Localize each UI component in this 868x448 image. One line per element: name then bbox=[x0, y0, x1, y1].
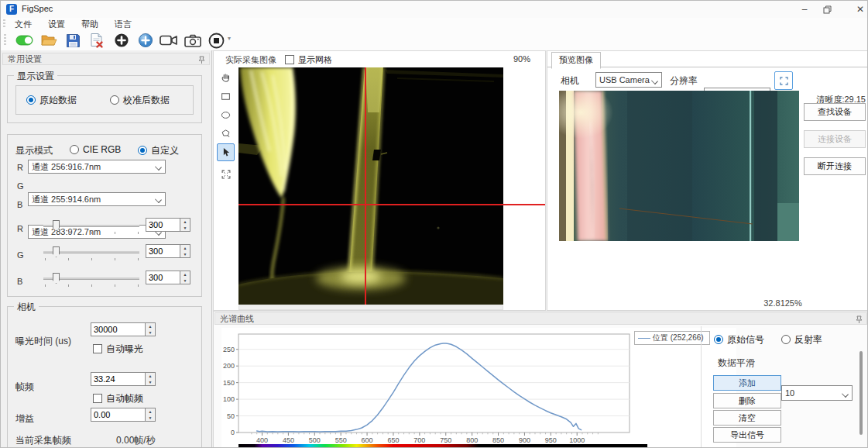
auto-exposure-checkbox[interactable]: 自动曝光 bbox=[93, 343, 143, 356]
polygon-roi-tool-button[interactable] bbox=[217, 125, 235, 143]
preview-fullscreen-button[interactable] bbox=[774, 71, 793, 90]
clear-signal-button[interactable]: 清空 bbox=[713, 410, 781, 426]
smooth-select[interactable]: 10 bbox=[781, 385, 853, 401]
checkbox-icon bbox=[93, 344, 102, 353]
spin-arrows[interactable]: ▲▼ bbox=[145, 408, 156, 422]
add-position-button[interactable] bbox=[135, 31, 156, 50]
fit-expand-icon bbox=[221, 169, 232, 180]
menubar-grip[interactable] bbox=[3, 19, 5, 29]
radio-reflectance[interactable]: 反射率 bbox=[781, 333, 822, 346]
gain-g-input[interactable] bbox=[146, 244, 180, 258]
gain-input[interactable] bbox=[91, 408, 145, 422]
gain-b-input[interactable] bbox=[146, 271, 180, 284]
clear-document-icon bbox=[89, 33, 105, 48]
photo-camera-icon bbox=[184, 33, 202, 48]
capture-hscrollbar[interactable] bbox=[238, 305, 503, 310]
add-signal-button[interactable]: 添加 bbox=[713, 375, 781, 391]
menu-language[interactable]: 语言 bbox=[110, 18, 136, 30]
channel-g-select[interactable]: 通道 255:914.6nm bbox=[28, 192, 166, 206]
slider-thumb[interactable] bbox=[53, 246, 60, 257]
clear-image-button[interactable] bbox=[86, 31, 108, 50]
cursor-tool-button[interactable] bbox=[217, 143, 235, 161]
spin-arrows[interactable]: ▲▼ bbox=[180, 271, 190, 284]
disconnect-device-button[interactable]: 断开连接 bbox=[804, 157, 866, 175]
bottom-scrollbar[interactable] bbox=[859, 351, 863, 435]
slider-thumb[interactable] bbox=[53, 220, 60, 231]
checkbox-icon bbox=[93, 394, 102, 403]
gain-b-spinbox[interactable]: ▲▼ bbox=[146, 271, 190, 284]
gain-spinbox[interactable]: ▲▼ bbox=[91, 408, 156, 422]
fps-spinbox[interactable]: ▲▼ bbox=[91, 372, 156, 386]
gain-r-spinbox[interactable]: ▲▼ bbox=[146, 218, 190, 232]
radio-raw-data[interactable]: 原始数据 bbox=[26, 94, 77, 107]
hand-icon bbox=[220, 72, 232, 84]
gain-r-slider[interactable] bbox=[43, 219, 139, 234]
pin-icon[interactable] bbox=[198, 56, 205, 64]
record-video-button[interactable] bbox=[158, 31, 180, 50]
gain-g-spinbox[interactable]: ▲▼ bbox=[146, 244, 190, 258]
radio-custom[interactable]: 自定义 bbox=[138, 144, 179, 157]
chevron-down-icon bbox=[155, 164, 162, 171]
menu-settings[interactable]: 设置 bbox=[43, 18, 70, 30]
spin-arrows[interactable]: ▲▼ bbox=[145, 322, 156, 336]
restore-button[interactable] bbox=[823, 1, 849, 18]
camera-select[interactable]: USB Camera bbox=[595, 72, 662, 88]
show-grid-checkbox[interactable]: 显示网格 bbox=[285, 54, 332, 66]
delete-signal-button[interactable]: 删除 bbox=[713, 393, 781, 408]
display-mode-group: 显示模式 CIE RGB 自定义 R 通道 256:916.7nm G 通道 2… bbox=[7, 134, 202, 297]
channel-r-select[interactable]: 通道 256:916.7nm bbox=[28, 160, 166, 174]
svg-text:500: 500 bbox=[309, 436, 321, 444]
export-signal-button[interactable]: 导出信号 bbox=[713, 427, 781, 443]
preview-image bbox=[559, 91, 799, 241]
fit-view-tool-button[interactable] bbox=[217, 165, 235, 183]
toolbar-overflow-button[interactable]: ▾ bbox=[228, 35, 231, 42]
radio-raw-signal[interactable]: 原始信号 bbox=[714, 333, 764, 346]
save-icon bbox=[66, 33, 81, 48]
rectangle-icon bbox=[220, 91, 232, 102]
add-button[interactable] bbox=[111, 31, 132, 50]
record-toggle-button[interactable] bbox=[14, 31, 36, 50]
spin-arrows[interactable]: ▲▼ bbox=[145, 372, 156, 386]
exposure-input[interactable] bbox=[91, 322, 145, 336]
spectrum-chart[interactable]: 0501001502002504004505005506006507007508… bbox=[221, 328, 736, 448]
pin-icon[interactable] bbox=[856, 315, 863, 324]
svg-text:200: 200 bbox=[223, 362, 235, 370]
radio-calibrated-dot bbox=[110, 95, 119, 105]
menu-file[interactable]: 文件 bbox=[10, 18, 36, 30]
spin-arrows[interactable]: ▲▼ bbox=[180, 244, 190, 258]
video-camera-icon bbox=[159, 33, 179, 47]
ellipse-roi-tool-button[interactable] bbox=[217, 106, 235, 124]
capture-image[interactable] bbox=[238, 67, 503, 305]
open-file-button[interactable] bbox=[38, 31, 60, 50]
radio-cie-rgb[interactable]: CIE RGB bbox=[70, 144, 121, 155]
slider-thumb[interactable] bbox=[53, 273, 60, 284]
gain-r-label: R bbox=[17, 224, 23, 233]
svg-text:0: 0 bbox=[231, 429, 235, 436]
chevron-down-icon bbox=[842, 391, 849, 398]
svg-text:700: 700 bbox=[413, 436, 425, 444]
chevron-down-icon bbox=[155, 196, 162, 203]
auto-fps-checkbox[interactable]: 自动帧频 bbox=[93, 392, 143, 405]
stop-button[interactable] bbox=[205, 31, 227, 50]
svg-text:650: 650 bbox=[387, 436, 399, 444]
chevron-down-icon bbox=[651, 78, 658, 84]
rect-roi-tool-button[interactable] bbox=[217, 88, 235, 105]
radio-calibrated-data[interactable]: 校准后数据 bbox=[110, 94, 170, 107]
spin-arrows[interactable]: ▲▼ bbox=[180, 218, 190, 232]
toolbar-grip[interactable] bbox=[4, 34, 6, 47]
gain-b-slider[interactable] bbox=[43, 271, 139, 287]
find-device-button[interactable]: 查找设备 bbox=[804, 103, 866, 121]
close-button[interactable]: ✕ bbox=[847, 1, 868, 18]
settings-panel-header: 常用设置 bbox=[2, 53, 210, 65]
menu-help[interactable]: 帮助 bbox=[77, 18, 103, 30]
save-button[interactable] bbox=[62, 31, 84, 50]
fps-input[interactable] bbox=[91, 372, 145, 386]
pan-tool-button[interactable] bbox=[217, 69, 235, 87]
gain-g-slider[interactable] bbox=[43, 245, 139, 260]
gain-r-input[interactable] bbox=[146, 218, 180, 232]
exposure-spinbox[interactable]: ▲▼ bbox=[91, 322, 156, 336]
tab-preview-image[interactable]: 预览图像 bbox=[551, 52, 601, 69]
minimize-button[interactable]: – bbox=[791, 1, 818, 18]
snapshot-button[interactable] bbox=[182, 31, 204, 50]
fps-label: 帧频 bbox=[15, 381, 34, 394]
